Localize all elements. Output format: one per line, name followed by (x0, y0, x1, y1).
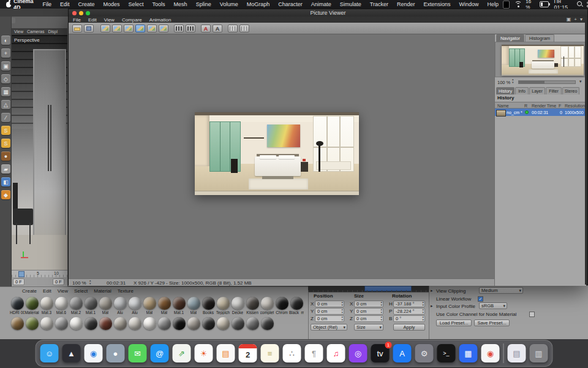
dual-view-icon[interactable] (112, 25, 122, 33)
material-sphere[interactable] (11, 317, 24, 330)
material-sphere[interactable] (232, 317, 244, 330)
tool-icon-0[interactable]: ◐ (1, 36, 10, 45)
size-y-field[interactable]: 0 cm▴▾ (354, 308, 383, 315)
col-render-time[interactable]: Render Time (532, 104, 556, 108)
material-item[interactable]: Mat (98, 297, 113, 315)
viewport-menu-view[interactable]: View (14, 29, 23, 34)
pos-y-field[interactable]: 0 cm▴▾ (315, 308, 344, 315)
rot-h-field[interactable]: -37.188 °▴▾ (393, 301, 425, 307)
menu-animate[interactable]: Animate (307, 1, 336, 7)
tool-icon-4[interactable]: ▦ (1, 87, 10, 96)
sketch-tool-icon[interactable]: S (1, 126, 10, 135)
single-view-icon[interactable] (100, 25, 110, 33)
col-name[interactable]: Name (497, 104, 509, 108)
material-sphere[interactable] (129, 317, 141, 330)
status-zoom-stepper[interactable]: ▴▾ (89, 279, 91, 285)
menu-help[interactable]: Help (483, 1, 503, 7)
open-file-icon[interactable] (72, 25, 82, 33)
dock-icon-podcasts[interactable]: ◎ (349, 344, 368, 362)
material-menu-material[interactable]: Material (94, 288, 111, 294)
material-sphere[interactable] (217, 317, 230, 330)
material-sphere[interactable] (55, 317, 68, 330)
menu-character[interactable]: Character (274, 1, 307, 7)
material-item[interactable] (54, 317, 69, 330)
menu-window[interactable]: Window (455, 1, 483, 7)
linear-workflow-checkbox[interactable]: ✓ (478, 296, 483, 302)
material-sphere[interactable] (187, 317, 200, 330)
material-item[interactable]: complet (260, 297, 274, 315)
material-item[interactable] (186, 317, 201, 330)
pos-x-field[interactable]: 0 cm▴▾ (315, 301, 344, 307)
material-sphere[interactable] (85, 317, 97, 330)
material-item[interactable]: Mat.2 (69, 297, 83, 315)
dock-icon-rocket[interactable]: ▲ (62, 344, 81, 362)
fullscreen-view-icon[interactable] (135, 25, 145, 33)
tab-info[interactable]: Info (515, 87, 529, 94)
material-sphere[interactable] (143, 297, 156, 310)
material-item[interactable] (10, 317, 24, 330)
menu-tracker[interactable]: Tracker (366, 1, 393, 7)
material-menu-edit[interactable]: Edit (43, 288, 51, 294)
dock-icon-notes[interactable]: ≡ (261, 344, 279, 362)
menu-volume[interactable]: Volume (216, 1, 243, 7)
tool-icon-2[interactable]: ▣ (1, 61, 10, 71)
material-item[interactable]: Mat (186, 297, 201, 315)
wifi-icon[interactable] (514, 1, 521, 7)
zoom-slider[interactable] (518, 80, 576, 84)
material-sphere[interactable] (26, 297, 39, 310)
material-item[interactable] (245, 317, 260, 330)
material-sphere[interactable] (129, 297, 141, 310)
pv-menu-compare[interactable]: Compare (122, 17, 142, 23)
size-z-field[interactable]: 0 cm▴▾ (354, 315, 383, 322)
material-item[interactable] (39, 317, 54, 330)
navigator-zoom-value[interactable]: 100 % (497, 80, 510, 85)
dock-icon-photos[interactable]: ☀ (195, 344, 213, 362)
material-sphere[interactable] (11, 297, 24, 310)
animation-icon[interactable] (186, 25, 195, 33)
object-mode-dropdown[interactable]: Object (Rel) (311, 324, 347, 331)
rot-p-field[interactable]: -28.224 °▴▾ (393, 308, 425, 315)
viewport-scene[interactable] (12, 35, 67, 270)
material-item[interactable]: Material (24, 297, 39, 315)
dock-icon-calendar[interactable]: 2 (239, 344, 257, 362)
dock-icon-textedit[interactable]: ¶ (305, 344, 323, 362)
zoom-button[interactable] (86, 11, 90, 15)
tab-stereo[interactable]: Stereo (562, 87, 579, 94)
zoom-stepper[interactable]: ▴▾ (512, 78, 514, 84)
frame-start-field[interactable]: 0 F (13, 278, 24, 285)
viewport-menu-cameras[interactable]: Cameras (27, 29, 44, 34)
dock-icon-safari[interactable]: ◉ (85, 344, 103, 362)
pv-menu-animation[interactable]: Animation (149, 17, 172, 23)
battery-icon[interactable] (540, 1, 549, 7)
material-sphere[interactable] (114, 297, 127, 310)
material-sphere[interactable] (85, 297, 97, 310)
col-r[interactable]: R (524, 104, 527, 108)
material-item[interactable]: Alu (127, 297, 142, 315)
material-item[interactable] (230, 317, 245, 330)
material-item[interactable]: Mat.3 (39, 297, 54, 315)
material-item[interactable] (142, 317, 157, 330)
dock-icon-documents[interactable]: ▤ (508, 344, 526, 362)
tool-icon-1[interactable]: + (1, 48, 10, 58)
tool-icon-3[interactable]: ◇ (1, 74, 10, 83)
material-item[interactable]: Kissen (245, 297, 260, 315)
material-sphere[interactable] (261, 317, 274, 330)
material-sphere[interactable] (202, 297, 215, 310)
material-item[interactable]: Books (201, 297, 216, 315)
load-preset-button[interactable]: Load Preset... (436, 320, 472, 326)
material-item[interactable]: Mat.6 (54, 297, 69, 315)
material-sphere[interactable] (232, 297, 244, 310)
col-resolution[interactable]: Resolution (565, 104, 585, 108)
tab-navigator[interactable]: Navigator (496, 34, 524, 42)
zoom-dropdown-icon[interactable]: ▾ (579, 79, 582, 84)
material-item[interactable] (260, 317, 274, 330)
pv-menu-edit[interactable]: Edit (88, 17, 97, 23)
status-zoom-value[interactable]: 100 % (72, 280, 86, 286)
dock-icon-terminal[interactable]: >_ (437, 344, 456, 362)
material-item[interactable] (216, 317, 230, 330)
material-item[interactable] (98, 317, 113, 330)
filmstrip-icon[interactable] (174, 25, 184, 33)
material-item[interactable] (157, 317, 172, 330)
material-sphere[interactable] (202, 317, 215, 330)
menu-create[interactable]: Create (74, 1, 99, 7)
